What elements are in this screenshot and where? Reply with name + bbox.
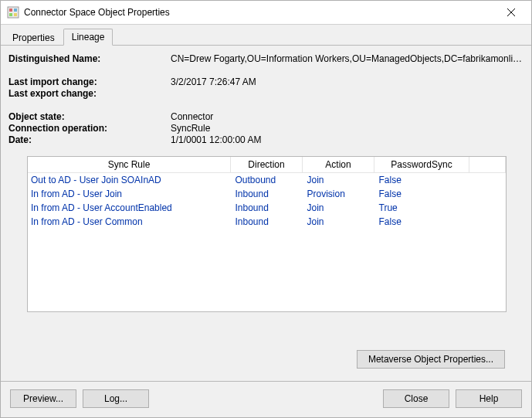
object-state-value: Connector bbox=[171, 111, 524, 122]
svg-rect-4 bbox=[14, 13, 17, 16]
cell-direction: Outbound bbox=[231, 173, 303, 188]
conn-op-label: Connection operation: bbox=[8, 123, 171, 134]
col-action[interactable]: Action bbox=[303, 157, 374, 173]
svg-rect-1 bbox=[9, 8, 12, 12]
object-state-label: Object state: bbox=[8, 111, 171, 122]
col-direction[interactable]: Direction bbox=[231, 157, 303, 173]
cell-password-sync: False bbox=[374, 187, 469, 201]
col-password-sync[interactable]: PasswordSync bbox=[374, 157, 469, 173]
close-icon[interactable] bbox=[496, 2, 527, 23]
window-title: Connector Space Object Properties bbox=[24, 7, 496, 18]
cell-sync-rule: Out to AD - User Join SOAInAD bbox=[28, 173, 231, 188]
app-icon bbox=[7, 6, 19, 19]
last-import-label: Last import change: bbox=[8, 76, 171, 87]
date-value: 1/1/0001 12:00:00 AM bbox=[171, 134, 524, 145]
table-row[interactable]: In from AD - User AccountEnabledInboundJ… bbox=[28, 201, 506, 215]
metaverse-button[interactable]: Metaverse Object Properties... bbox=[357, 350, 505, 369]
cell-direction: Inbound bbox=[231, 201, 303, 215]
info-grid: Distinguished Name: CN=Drew Fogarty,OU=I… bbox=[8, 50, 524, 156]
cell-action: Join bbox=[303, 201, 374, 215]
sync-rules-grid[interactable]: Sync Rule Direction Action PasswordSync … bbox=[27, 156, 507, 312]
dn-value: CN=Drew Fogarty,OU=Information Workers,O… bbox=[171, 53, 524, 64]
cell-password-sync: False bbox=[374, 173, 469, 188]
cell-sync-rule: In from AD - User AccountEnabled bbox=[28, 201, 231, 215]
cell-direction: Inbound bbox=[231, 187, 303, 201]
cell-password-sync: True bbox=[374, 201, 469, 215]
tab-lineage[interactable]: Lineage bbox=[63, 29, 114, 46]
table-row[interactable]: Out to AD - User Join SOAInADOutboundJoi… bbox=[28, 173, 506, 188]
tab-strip: Properties Lineage bbox=[1, 25, 531, 46]
dialog-footer: Preview... Log... Close Help bbox=[1, 381, 531, 417]
cell-action: Join bbox=[303, 215, 374, 229]
conn-op-value: SyncRule bbox=[171, 123, 524, 134]
sync-rules-grid-wrap: Sync Rule Direction Action PasswordSync … bbox=[8, 156, 524, 345]
cell-sync-rule: In from AD - User Common bbox=[28, 215, 231, 229]
title-bar: Connector Space Object Properties bbox=[1, 1, 531, 25]
date-label: Date: bbox=[8, 134, 171, 145]
table-row[interactable]: In from AD - User JoinInboundProvisionFa… bbox=[28, 187, 506, 201]
svg-rect-2 bbox=[14, 8, 17, 12]
last-export-label: Last export change: bbox=[8, 88, 171, 99]
svg-rect-3 bbox=[9, 13, 12, 16]
preview-button[interactable]: Preview... bbox=[10, 389, 76, 408]
last-import-value: 3/2/2017 7:26:47 AM bbox=[171, 76, 524, 87]
tab-content: Distinguished Name: CN=Drew Fogarty,OU=I… bbox=[1, 46, 531, 381]
close-button[interactable]: Close bbox=[383, 389, 449, 408]
cell-direction: Inbound bbox=[231, 215, 303, 229]
cell-password-sync: False bbox=[374, 215, 469, 229]
col-spacer bbox=[469, 157, 506, 173]
tab-properties[interactable]: Properties bbox=[4, 29, 63, 46]
dn-label: Distinguished Name: bbox=[8, 53, 171, 64]
cell-action: Provision bbox=[303, 187, 374, 201]
grid-header-row: Sync Rule Direction Action PasswordSync bbox=[28, 157, 506, 173]
dialog-window: Connector Space Object Properties Proper… bbox=[0, 0, 532, 418]
last-export-value bbox=[171, 88, 524, 99]
log-button[interactable]: Log... bbox=[83, 389, 149, 408]
table-row[interactable]: In from AD - User CommonInboundJoinFalse bbox=[28, 215, 506, 229]
cell-action: Join bbox=[303, 173, 374, 188]
content-actions: Metaverse Object Properties... bbox=[8, 345, 524, 373]
help-button[interactable]: Help bbox=[456, 389, 522, 408]
cell-sync-rule: In from AD - User Join bbox=[28, 187, 231, 201]
col-sync-rule[interactable]: Sync Rule bbox=[28, 157, 231, 173]
